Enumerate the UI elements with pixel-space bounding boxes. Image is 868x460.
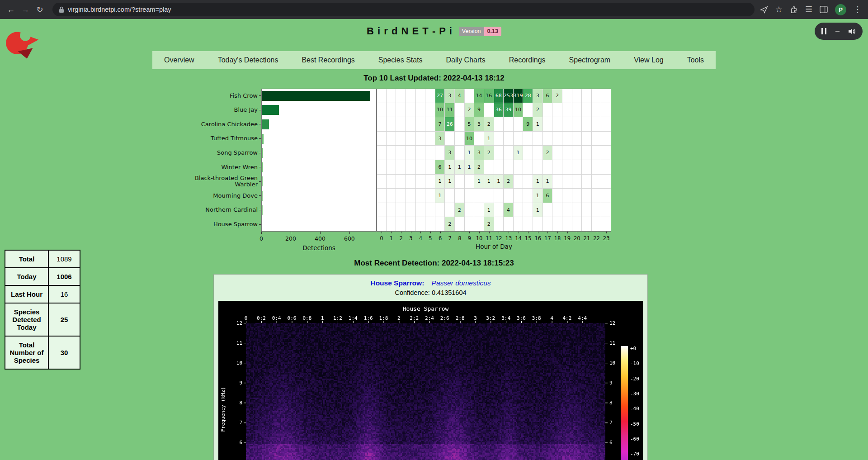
hour-tick-label: 14 [514, 235, 523, 242]
extensions-icon[interactable] [790, 5, 798, 14]
heatmap-cell-empty [425, 203, 435, 218]
species-label: Tufted Titmouse [193, 132, 261, 146]
hour-tick-label: 1 [387, 235, 396, 242]
heatmap-cell-empty [484, 160, 494, 175]
confidence-label: Confidence: [395, 289, 429, 296]
heatmap-cell-empty [455, 189, 465, 203]
heatmap-cell-empty [582, 117, 592, 132]
top10-heading: Top 10 Last Updated: 2022-04-13 18:12 [0, 74, 868, 83]
detection-species-common[interactable]: House Sparrow: [370, 279, 424, 287]
heatmap-row: 72653291 [377, 117, 611, 132]
back-icon[interactable]: ← [4, 5, 18, 14]
heatmap-cell-empty [552, 203, 562, 218]
heatmap-cell-empty [592, 175, 602, 189]
nav-item-tools[interactable]: Tools [684, 56, 707, 64]
heatmap-cell-empty [484, 103, 494, 118]
heatmap-cell-empty [562, 203, 572, 218]
heatmap-cell: 2 [504, 175, 514, 189]
heatmap-cell-empty [474, 217, 484, 232]
heatmap-cell: 1 [533, 175, 543, 189]
heatmap-cell-empty [572, 132, 582, 146]
nav-item-today-s-detections[interactable]: Today's Detections [215, 56, 281, 64]
heatmap-cell: 3 [533, 89, 543, 103]
heatmap-cell-empty [396, 103, 406, 118]
heatmap-cell-empty [562, 146, 572, 160]
heatmap-cell: 4 [455, 89, 465, 103]
heatmap-cell-empty [533, 146, 543, 160]
heatmap-cell-empty [406, 160, 416, 175]
hour-tick-label: 11 [484, 235, 494, 242]
refresh-icon[interactable]: ↻ [33, 5, 47, 14]
stat-value[interactable]: 30 [48, 336, 80, 369]
heatmap-cell-empty [455, 146, 465, 160]
heatmap-cell: 1 [435, 175, 445, 189]
heatmap-cell-empty [562, 189, 572, 203]
heatmap-cell-empty [474, 132, 484, 146]
heatmap-cell: 1 [484, 132, 494, 146]
nav-item-view-log[interactable]: View Log [631, 56, 666, 64]
heatmap-cell: 2 [484, 146, 494, 160]
heatmap-cell-empty [455, 132, 465, 146]
heatmap-cell-empty [494, 189, 504, 203]
nav-item-spectrogram[interactable]: Spectrogram [566, 56, 613, 64]
heatmap-cell-empty [504, 160, 514, 175]
address-bar[interactable]: virginia.birdnetpi.com/?stream=play [52, 3, 755, 16]
heatmap-cell-empty [494, 217, 504, 232]
heatmap-cell: 26 [445, 117, 455, 132]
bookmark-star-icon[interactable]: ☆ [775, 5, 783, 14]
heatmap-cell-empty [387, 189, 396, 203]
heatmap-cell-empty [543, 132, 553, 146]
send-icon[interactable] [760, 5, 768, 14]
heatmap-row: 313212 [377, 146, 611, 160]
menu-kebab-icon[interactable]: ⋮ [854, 5, 862, 14]
heatmap-cell: 39 [504, 103, 514, 118]
detections-bar [261, 176, 263, 186]
heatmap-row: 3101 [377, 132, 611, 146]
heatmap-row: 11111211 [377, 175, 611, 189]
chart-row: House Sparrow22 [193, 217, 611, 232]
bar-cell [261, 146, 377, 160]
heatmap-cell-empty [494, 132, 504, 146]
stat-value[interactable]: 25 [48, 303, 80, 336]
species-label: Mourning Dove [193, 189, 261, 203]
x-tick [349, 232, 350, 234]
heatmap-cell-empty [552, 175, 562, 189]
heatmap-cell-empty [396, 146, 406, 160]
heatmap-cell: 36 [494, 103, 504, 118]
heatmap-cell-empty [582, 160, 592, 175]
audio-player[interactable] [815, 23, 863, 40]
pause-icon[interactable] [821, 28, 826, 34]
species-label: House Sparrow [193, 217, 261, 232]
heatmap-cell-empty [396, 117, 406, 132]
nav-item-overview[interactable]: Overview [161, 56, 197, 64]
nav-item-species-stats[interactable]: Species Stats [376, 56, 425, 64]
nav-item-recordings[interactable]: Recordings [506, 56, 548, 64]
volume-icon[interactable] [848, 28, 856, 35]
heatmap-cell: 10 [514, 103, 524, 118]
top10-heading-label: Top 10 Last Updated: [363, 74, 441, 82]
hour-tick [391, 232, 392, 233]
heatmap-cell: 319 [514, 89, 524, 103]
heatmap-cell-empty [406, 146, 416, 160]
heatmap-cell-empty [445, 132, 455, 146]
forward-icon[interactable]: → [18, 5, 33, 14]
nav-item-best-recordings[interactable]: Best Recordings [299, 56, 357, 64]
profile-avatar[interactable]: P [835, 4, 846, 15]
heatmap-cell-empty [425, 103, 435, 118]
nav-item-daily-charts[interactable]: Daily Charts [443, 56, 488, 64]
heatmap-cell-empty [425, 146, 435, 160]
heatmap-cell-empty [387, 217, 396, 232]
heatmap-cell-empty [455, 175, 465, 189]
stat-label: Total Number of Species [5, 336, 48, 369]
heatmap-cell: 9 [474, 103, 484, 118]
heatmap-cell-empty [494, 160, 504, 175]
heatmap-cell-empty [582, 103, 592, 118]
heatmap-cell-empty [387, 175, 396, 189]
heatmap-cell-empty [465, 175, 475, 189]
hour-tick [606, 232, 607, 233]
stat-value[interactable]: 1006 [48, 268, 80, 285]
side-panel-icon[interactable] [820, 6, 828, 13]
reading-list-icon[interactable]: ☰ [805, 5, 812, 14]
heatmap-cell-empty [572, 146, 582, 160]
x-tick-label: 200 [282, 235, 300, 242]
